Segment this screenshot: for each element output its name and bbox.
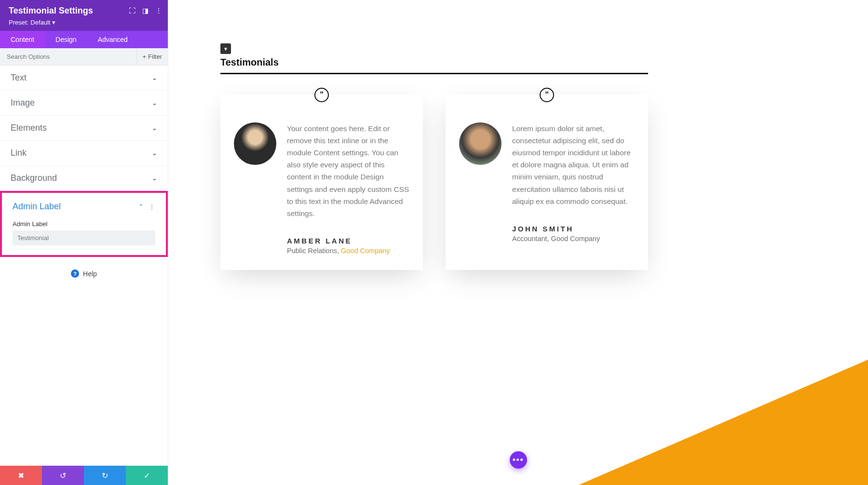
section-link[interactable]: Link ⌄ <box>0 141 168 166</box>
preset-label: Preset: <box>9 19 28 26</box>
section-background[interactable]: Background ⌄ <box>0 166 168 191</box>
plus-icon: + <box>143 53 147 60</box>
quote-icon: ” <box>314 88 329 102</box>
tab-content[interactable]: Content <box>0 31 45 48</box>
testimonial-text: Lorem ipsum dolor sit amet, consectetur … <box>512 122 635 207</box>
preset-value: Default <box>30 19 50 26</box>
expand-icon[interactable]: ⛶ <box>129 7 136 14</box>
testimonial-card[interactable]: ” Your content goes here. Edit or remove… <box>220 94 423 270</box>
chevron-up-icon: ⌃ <box>138 203 144 210</box>
cards-container: ” Your content goes here. Edit or remove… <box>220 94 825 270</box>
testimonial-card[interactable]: ” Lorem ipsum dolor sit amet, consectetu… <box>446 94 648 270</box>
redo-button[interactable]: ↻ <box>84 466 126 485</box>
sections-list: Text ⌄ Image ⌄ Elements ⌄ Link ⌄ Backgro… <box>0 66 168 466</box>
search-input[interactable] <box>0 48 136 65</box>
chevron-down-icon: ▾ <box>52 19 55 26</box>
section-text[interactable]: Text ⌄ <box>0 66 168 91</box>
tab-design[interactable]: Design <box>45 31 87 48</box>
testimonial-name: JOHN SMITH <box>512 225 635 233</box>
filter-button[interactable]: + Filter <box>136 49 168 64</box>
chevron-down-icon: ⌄ <box>152 99 157 107</box>
section-admin-label: Admin Label ⌃ ⋮ Admin Label <box>0 191 168 257</box>
quote-icon: ” <box>540 88 554 102</box>
company-text: Good Company <box>551 235 600 242</box>
undo-button[interactable]: ↺ <box>42 466 84 485</box>
chevron-down-icon: ⌄ <box>152 124 157 132</box>
company-link[interactable]: Good Company <box>341 247 390 255</box>
save-button[interactable]: ✓ <box>126 466 168 485</box>
fab-more[interactable]: ••• <box>510 451 527 469</box>
help-label: Help <box>83 270 97 278</box>
section-title: Testimonials <box>220 57 648 74</box>
testimonial-name: AMBER LANE <box>287 237 409 245</box>
bottom-bar: ✖ ↺ ↻ ✓ <box>0 466 168 485</box>
admin-label-header[interactable]: Admin Label ⌃ ⋮ <box>2 193 166 216</box>
section-dropdown-icon[interactable]: ▼ <box>220 43 231 54</box>
testimonial-meta: Public Relations, Good Company <box>287 247 409 255</box>
admin-label-input[interactable] <box>13 230 155 245</box>
help-icon: ? <box>71 269 79 278</box>
layout-icon[interactable]: ◨ <box>142 7 149 14</box>
admin-label-field-label: Admin Label <box>2 216 166 230</box>
tabs: Content Design Advanced <box>0 31 168 48</box>
chevron-down-icon: ⌄ <box>152 74 157 81</box>
cancel-button[interactable]: ✖ <box>0 466 42 485</box>
preview-area: ▼ Testimonials ” Your content goes here.… <box>168 0 868 485</box>
avatar <box>234 122 276 165</box>
background-triangle <box>579 360 868 485</box>
tab-advanced[interactable]: Advanced <box>87 31 138 48</box>
testimonial-meta: Accountant, Good Company <box>512 235 635 242</box>
more-icon[interactable]: ⋮ <box>149 203 155 211</box>
chevron-down-icon: ⌄ <box>152 149 157 157</box>
search-row: + Filter <box>0 48 168 66</box>
filter-label: Filter <box>148 53 162 60</box>
sidebar-header: Testimonial Settings Preset: Default ▾ ⛶… <box>0 0 168 31</box>
settings-sidebar: Testimonial Settings Preset: Default ▾ ⛶… <box>0 0 168 485</box>
chevron-down-icon: ⌄ <box>152 175 157 182</box>
preset-row[interactable]: Preset: Default ▾ <box>9 19 159 26</box>
more-icon[interactable]: ⋮ <box>155 7 162 14</box>
section-elements[interactable]: Elements ⌄ <box>0 116 168 141</box>
section-image[interactable]: Image ⌄ <box>0 91 168 116</box>
testimonial-text: Your content goes here. Edit or remove t… <box>287 122 409 219</box>
help-row[interactable]: ? Help <box>0 257 168 290</box>
avatar <box>459 122 502 165</box>
